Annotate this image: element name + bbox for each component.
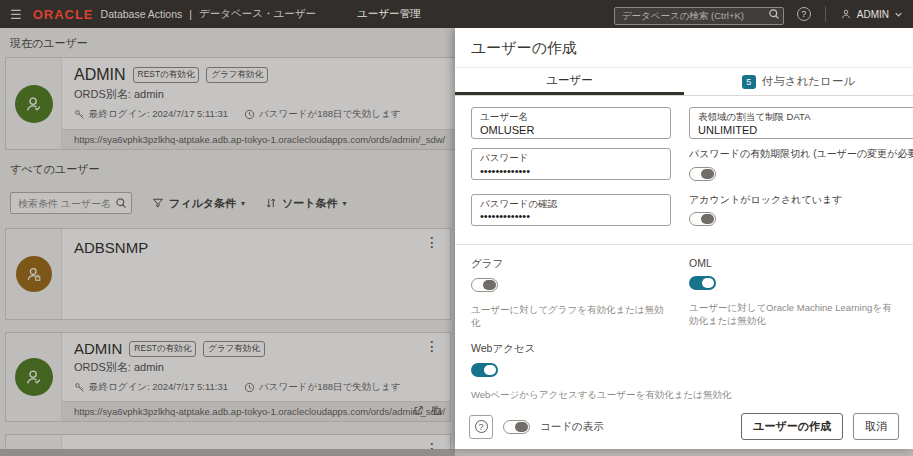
modal-dim-overlay [0, 28, 455, 456]
header-divider [825, 6, 826, 22]
oml-feature: OML ユーザーに対してOracle Machine Learningを有効化ま… [689, 257, 897, 330]
page-context-title: データベース・ユーザー [199, 7, 316, 21]
nav-user-management[interactable]: ユーザー管理 [357, 7, 421, 21]
password-label: パスワード [480, 152, 662, 164]
quota-select[interactable]: 表領域の割当て制限 DATA UNLIMITED ▾ [689, 107, 913, 139]
web-access-toggle[interactable] [471, 363, 498, 377]
password-expired-control: パスワードの有効期限切れ (ユーザーの変更が必要です) [689, 148, 913, 185]
graph-label: グラフ [471, 257, 671, 271]
app-screen: ☰ ORACLE Database Actions | データベース・ユーザー … [0, 0, 913, 456]
oml-toggle[interactable] [689, 276, 716, 290]
database-search [614, 5, 784, 23]
password-value: ••••••••••••• [480, 164, 662, 178]
product-title: Database Actions [101, 8, 183, 20]
password-field[interactable]: パスワード ••••••••••••• [471, 148, 671, 180]
password-confirm-field[interactable]: パスワードの確認 ••••••••••••• [471, 194, 671, 226]
hamburger-menu-icon[interactable]: ☰ [10, 7, 22, 22]
panel-tabs: ユーザー 5 付与されたロール [455, 68, 913, 96]
password-confirm-value: ••••••••••••• [480, 209, 662, 223]
question-icon: ? [475, 420, 488, 433]
cancel-button[interactable]: 取消 [853, 413, 899, 440]
web-access-label: Webアクセス [471, 342, 771, 356]
tab-granted-roles[interactable]: 5 付与されたロール [684, 68, 913, 95]
graph-help-text: ユーザーに対してグラフを有効化または無効化 [471, 304, 671, 330]
section-divider [455, 244, 913, 245]
person-icon [840, 8, 852, 20]
oracle-logo: ORACLE [33, 7, 94, 22]
tab-user-label: ユーザー [546, 73, 593, 88]
help-icon[interactable]: ? [797, 7, 811, 21]
search-icon [768, 8, 780, 20]
show-code-toggle[interactable] [503, 420, 530, 434]
user-menu-label: ADMIN [857, 9, 889, 20]
oml-help-text: ユーザーに対してOracle Machine Learningを有効化または無効… [689, 302, 897, 328]
web-access-feature: Webアクセス Webページからアクセスするユーザーを有効化または無効化 [471, 342, 771, 402]
username-label: ユーザー名 [480, 111, 662, 123]
create-user-button[interactable]: ユーザーの作成 [741, 413, 843, 440]
graph-toggle[interactable] [471, 278, 498, 292]
account-locked-toggle[interactable] [689, 212, 716, 226]
user-menu[interactable]: ADMIN [840, 8, 903, 20]
create-user-panel: ユーザーの作成 ユーザー 5 付与されたロール ユーザー名 OMLUSER 表領… [455, 28, 913, 449]
quota-label: 表領域の割当て制限 DATA [698, 111, 906, 123]
title-separator: | [189, 8, 192, 20]
quota-value: UNLIMITED [698, 123, 906, 137]
username-field[interactable]: ユーザー名 OMLUSER [471, 107, 671, 139]
tab-granted-roles-label: 付与されたロール [762, 74, 855, 89]
password-confirm-label: パスワードの確認 [480, 198, 662, 210]
granted-roles-count-badge: 5 [742, 75, 756, 89]
database-search-input[interactable] [614, 7, 784, 25]
help-button[interactable]: ? [469, 415, 493, 439]
show-code-label: コードの表示 [540, 420, 604, 434]
panel-footer: ? コードの表示 ユーザーの作成 取消 [455, 404, 913, 449]
panel-title: ユーザーの作成 [455, 28, 913, 68]
graph-feature: グラフ ユーザーに対してグラフを有効化または無効化 [471, 257, 671, 330]
tab-user[interactable]: ユーザー [455, 68, 684, 95]
account-locked-label: アカウントがロックされています [689, 194, 913, 207]
app-header: ☰ ORACLE Database Actions | データベース・ユーザー … [0, 0, 913, 28]
password-expired-label: パスワードの有効期限切れ (ユーザーの変更が必要です) [689, 148, 913, 161]
password-expired-toggle[interactable] [689, 167, 716, 181]
account-locked-control: アカウントがロックされています [689, 194, 913, 231]
chevron-down-icon [894, 10, 903, 19]
username-value: OMLUSER [480, 123, 662, 137]
oml-label: OML [689, 257, 897, 269]
web-access-help-text: Webページからアクセスするユーザーを有効化または無効化 [471, 389, 771, 402]
